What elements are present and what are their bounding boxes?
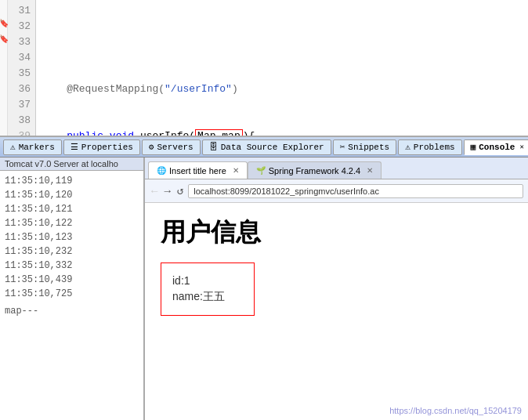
console-server-label: Tomcat v7.0 Server at localho — [0, 158, 143, 171]
browser-tab-1-close[interactable]: ✕ — [233, 166, 239, 175]
console-ts-1: 11:35:10,119 — [5, 174, 139, 188]
problems-icon: ⚠ — [405, 142, 410, 152]
console-ts-3: 11:35:10,121 — [5, 202, 139, 216]
gutter-empty — [0, 0, 7, 16]
browser-nav: ← → ↺ localhost:8099/20181022_springmvc/… — [145, 179, 528, 203]
browser-tab-1-label: Insert title here — [169, 166, 226, 176]
bottom-area: Tomcat v7.0 Server at localho 11:35:10,1… — [0, 158, 528, 420]
tab-markers[interactable]: ⚠ Markers — [3, 139, 62, 155]
code-line-32: @RequestMapping("/userInfo") — [42, 81, 522, 97]
tab-console[interactable]: ▦ Console ✕ — [464, 139, 528, 155]
console-log-output: map--- — [5, 304, 139, 318]
back-button[interactable]: ← — [150, 185, 159, 197]
tab-properties[interactable]: ☰ Properties — [63, 139, 140, 155]
refresh-button[interactable]: ↺ — [175, 184, 185, 197]
gutter-line-36 — [0, 78, 7, 94]
console-panel: Tomcat v7.0 Server at localho 11:35:10,1… — [0, 158, 145, 420]
gutter-bookmark-33: 🔖 — [0, 31, 7, 47]
gutter-line-38 — [0, 110, 7, 125]
browser-tab-bar: 🌐 Insert title here ✕ 🌱 Spring Framework… — [145, 158, 528, 179]
page-heading: 用户信息 — [161, 215, 512, 250]
console-output: 11:35:10,119 11:35:10,120 11:35:10,121 1… — [0, 171, 143, 420]
markers-icon: ⚠ — [10, 142, 16, 152]
browser-tab-2-label: Spring Framework 4.2.4 — [269, 166, 360, 176]
tab-datasource[interactable]: 🗄 Data Source Explorer — [202, 139, 331, 155]
browser-tab-spring[interactable]: 🌱 Spring Framework 4.2.4 ✕ — [248, 161, 382, 179]
console-ts-8: 11:35:10,439 — [5, 273, 139, 287]
spring-page-icon: 🌱 — [256, 166, 266, 175]
tab-servers[interactable]: ⚙ Servers — [142, 139, 201, 155]
datasource-icon: 🗄 — [209, 142, 218, 152]
user-id: id:1 — [172, 274, 243, 287]
gutter-line-34 — [0, 47, 7, 63]
user-info-box: id:1 name:王五 — [161, 262, 255, 316]
tab-problems[interactable]: ⚠ Problems — [398, 139, 461, 155]
tab-console-label: Console — [479, 143, 515, 152]
browser-tab-2-close[interactable]: ✕ — [367, 166, 373, 175]
console-icon: ▦ — [471, 142, 476, 152]
console-ts-4: 11:35:10,122 — [5, 216, 139, 230]
gutter-bookmark-32: 🔖 — [0, 16, 7, 31]
console-ts-5: 11:35:10,123 — [5, 230, 139, 244]
console-ts-7: 11:35:10,332 — [5, 259, 139, 273]
gutter-line-39 — [0, 125, 7, 137]
code-line-31 — [42, 34, 522, 50]
user-name: name:王五 — [172, 290, 243, 304]
console-ts-6: 11:35:10,232 — [5, 244, 139, 259]
tab-problems-label: Problems — [414, 143, 455, 152]
tab-snippets-label: Snippets — [348, 143, 389, 152]
browser-content: 用户信息 id:1 name:王五 — [145, 203, 528, 420]
code-area: @RequestMapping("/userInfo") public void… — [36, 0, 528, 136]
tab-datasource-label: Data Source Explorer — [221, 143, 324, 152]
tab-bar: ⚠ Markers ☰ Properties ⚙ Servers 🗄 Data … — [0, 137, 528, 158]
editor-gutter: 🔖 🔖 — [0, 0, 8, 136]
page-icon: 🌐 — [157, 166, 166, 175]
snippets-icon: ✂ — [340, 142, 345, 152]
tab-markers-label: Markers — [19, 143, 55, 152]
address-bar[interactable]: localhost:8099/20181022_springmvc/userIn… — [188, 184, 523, 198]
code-editor: 🔖 🔖 31 32 33 34 35 36 37 38 39 @RequestM… — [0, 0, 528, 137]
gutter-line-35 — [0, 63, 7, 78]
servers-icon: ⚙ — [149, 142, 154, 152]
forward-button[interactable]: → — [162, 185, 172, 197]
console-ts-2: 11:35:10,120 — [5, 188, 139, 202]
tab-servers-label: Servers — [157, 143, 193, 152]
code-line-33: public void userInfo(Map map){ — [42, 129, 522, 136]
tab-properties-label: Properties — [81, 143, 133, 152]
tab-snippets[interactable]: ✂ Snippets — [333, 139, 396, 155]
line-numbers: 31 32 33 34 35 36 37 38 39 — [8, 0, 36, 136]
console-ts-9: 11:35:10,725 — [5, 287, 139, 301]
properties-icon: ☰ — [71, 142, 78, 152]
browser-panel: 🌐 Insert title here ✕ 🌱 Spring Framework… — [145, 158, 528, 420]
browser-tab-insert-title[interactable]: 🌐 Insert title here ✕ — [148, 161, 248, 179]
watermark: https://blog.csdn.net/qq_15204179 — [389, 406, 522, 415]
gutter-line-37 — [0, 94, 7, 110]
console-close-icon[interactable]: ✕ — [519, 143, 523, 151]
